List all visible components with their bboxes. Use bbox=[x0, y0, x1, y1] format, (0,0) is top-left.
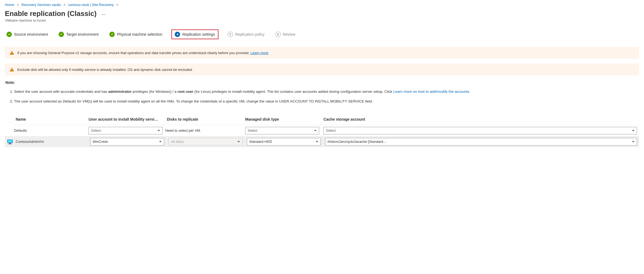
step-target-environment[interactable]: Target environment bbox=[57, 31, 100, 38]
replication-settings-table: Name User account to install Mobility se… bbox=[5, 114, 639, 147]
step-number-icon: 6 bbox=[275, 32, 281, 37]
check-icon bbox=[6, 32, 12, 37]
managed-disk-select[interactable]: Standard HDD bbox=[247, 138, 321, 146]
step-source-environment[interactable]: Source environment bbox=[5, 31, 49, 38]
note-heading: Note: bbox=[5, 80, 639, 85]
page-title: Enable replication (Classic) bbox=[5, 9, 97, 18]
table-header-row: Name User account to install Mobility se… bbox=[5, 114, 639, 125]
cache-storage-select[interactable]: Select bbox=[323, 127, 637, 134]
breadcrumb-contoso-vault[interactable]: contoso-vault | Site Recovery bbox=[68, 3, 114, 7]
chevron-right-icon: > bbox=[15, 3, 21, 7]
learn-more-accounts-link[interactable]: Learn more on how to add/modify the acco… bbox=[393, 90, 470, 94]
learn-more-link[interactable]: Learn more bbox=[251, 51, 268, 55]
banner-text: If you are choosing General Purpose v2 s… bbox=[17, 51, 249, 55]
user-account-select[interactable]: Select bbox=[89, 127, 163, 134]
breadcrumb-recovery-vaults[interactable]: Recovery Services vaults bbox=[22, 3, 61, 7]
vm-icon bbox=[5, 138, 15, 146]
chevron-right-icon: > bbox=[62, 3, 67, 7]
step-number-icon: 4 bbox=[175, 32, 180, 37]
disks-static-text: Need to select per VM. bbox=[165, 127, 243, 134]
note-item-1: Select the user account with accurate cr… bbox=[14, 89, 639, 94]
step-label: Replication policy bbox=[235, 32, 265, 37]
svg-rect-3 bbox=[8, 144, 12, 144]
step-physical-machine-selection[interactable]: Physical machine selection bbox=[108, 31, 164, 38]
cache-storage-select[interactable]: lrhdxvv2arcmjulv2acache [Standard… bbox=[325, 138, 637, 146]
notes-list: Select the user account with accurate cr… bbox=[5, 89, 639, 104]
svg-rect-1 bbox=[8, 140, 12, 142]
svg-rect-2 bbox=[9, 143, 11, 144]
wizard-stepper: Source environment Target environment Ph… bbox=[5, 29, 639, 39]
row-name: Defaults bbox=[14, 127, 86, 134]
table-row-defaults: Defaults Select Need to select per VM. S… bbox=[5, 125, 639, 136]
step-review[interactable]: 6 Review bbox=[274, 31, 297, 38]
col-managed-disk: Managed disk type bbox=[243, 114, 321, 125]
table-row-vm[interactable]: ContosoAdminVm WinCreds All disks Standa… bbox=[5, 136, 639, 147]
step-number-icon: 5 bbox=[228, 32, 233, 37]
step-replication-policy[interactable]: 5 Replication policy bbox=[226, 31, 266, 38]
disks-select[interactable]: All disks bbox=[168, 138, 242, 146]
col-disks: Disks to replicate bbox=[165, 114, 243, 125]
warning-icon bbox=[10, 67, 14, 72]
page-subtitle: VMware machine to Azure bbox=[5, 18, 639, 22]
step-label: Replication settings bbox=[182, 32, 215, 37]
chevron-right-icon: > bbox=[115, 3, 120, 7]
step-label: Review bbox=[283, 32, 295, 37]
banner-text: Exclude disk will be allowed only if mob… bbox=[17, 68, 192, 72]
more-actions-button[interactable]: ··· bbox=[100, 12, 107, 17]
breadcrumb: Home > Recovery Services vaults > contos… bbox=[5, 3, 639, 7]
row-name: ContosoAdminVm bbox=[15, 138, 88, 145]
col-cache-storage: Cache storage account bbox=[321, 114, 639, 125]
step-label: Target environment bbox=[66, 32, 99, 37]
user-account-select[interactable]: WinCreds bbox=[90, 138, 164, 146]
check-icon bbox=[109, 32, 115, 37]
exclude-disk-warning-banner: Exclude disk will be allowed only if mob… bbox=[5, 64, 639, 75]
step-replication-settings[interactable]: 4 Replication settings bbox=[171, 29, 218, 39]
check-icon bbox=[59, 32, 64, 37]
step-label: Physical machine selection bbox=[117, 32, 162, 37]
storage-pricing-warning-banner: If you are choosing General Purpose v2 s… bbox=[5, 47, 639, 59]
warning-icon bbox=[10, 51, 14, 55]
col-user-account: User account to install Mobility servi… bbox=[86, 114, 165, 125]
col-name: Name bbox=[14, 114, 86, 125]
note-item-2: The user account selected as Defaults fo… bbox=[14, 99, 639, 104]
managed-disk-select[interactable]: Select bbox=[245, 127, 319, 134]
step-label: Source environment bbox=[14, 32, 48, 37]
breadcrumb-home[interactable]: Home bbox=[5, 3, 14, 7]
